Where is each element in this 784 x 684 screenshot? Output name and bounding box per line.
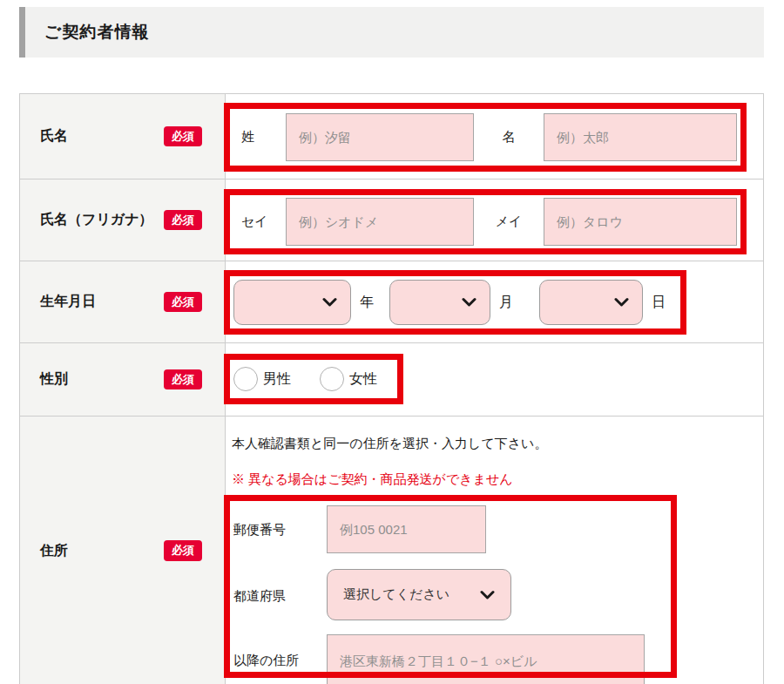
row-content-name: 姓 名 [226,94,763,179]
address-warning-text: ※ 異なる場合はご契約・商品発送ができません [232,471,513,488]
street-address-input[interactable] [327,634,645,684]
last-name-label: 姓 [230,129,286,146]
row-label-gender: 性別 [40,370,68,389]
year-unit-label: 年 [360,294,374,312]
chevron-down-icon [614,298,629,308]
row-content-kana: セイ メイ [226,179,763,261]
row-content-birthdate: 年 月 日 [226,261,763,342]
form-row-birthdate: 生年月日 必須 年 [20,261,763,343]
gender-male-radio[interactable] [233,367,258,391]
postal-code-label: 郵便番号 [233,522,286,538]
prefecture-label: 都道府県 [233,588,286,605]
row-header-gender: 性別 必須 [20,343,226,416]
row-header-address: 住所 必須 [20,416,226,684]
first-kana-label: メイ [474,213,544,230]
page: ご契約者情報 氏名 必須 姓 名 氏名（フリガナ） 必須 [0,0,784,684]
chevron-down-icon [462,298,476,308]
required-badge: 必須 [164,369,202,390]
chevron-down-icon [322,298,337,308]
row-header-kana: 氏名（フリガナ） 必須 [20,179,226,261]
annotation-box-gender: 男性 女性 [224,354,403,404]
month-unit-label: 月 [499,294,513,312]
gender-female-radio[interactable] [320,367,344,391]
required-badge: 必須 [164,292,202,313]
gender-female-label: 女性 [349,370,377,389]
row-header-name: 氏名 必須 [20,94,226,179]
annotation-box-kana: セイ メイ [224,189,747,254]
required-badge: 必須 [164,126,202,147]
first-name-input[interactable] [544,113,737,161]
annotation-box-name: 姓 名 [224,103,747,172]
row-label-kana: 氏名（フリガナ） [40,211,153,229]
row-label-name: 氏名 [40,127,68,146]
row-label-birthdate: 生年月日 [40,293,96,311]
first-name-label: 名 [474,129,544,146]
form-row-gender: 性別 必須 男性 女性 [20,343,763,416]
row-label-address: 住所 [40,542,68,560]
first-kana-input[interactable] [544,198,737,246]
page-title: ご契約者情報 [25,21,149,44]
required-badge: 必須 [164,210,202,231]
prefecture-select[interactable]: 選択してください [327,569,511,620]
birth-year-select[interactable] [233,280,351,325]
required-badge: 必須 [164,540,202,561]
form-row-kana: 氏名（フリガナ） 必須 セイ メイ [20,179,763,261]
birth-day-select[interactable] [539,280,643,325]
contractor-form: 氏名 必須 姓 名 氏名（フリガナ） 必須 セイ [19,93,764,684]
row-content-gender: 男性 女性 [226,343,763,416]
section-header: ご契約者情報 [19,7,764,58]
last-name-input[interactable] [286,113,474,161]
chevron-down-icon [480,590,495,599]
row-header-birthdate: 生年月日 必須 [20,261,226,342]
form-row-address: 住所 必須 本人確認書類と同一の住所を選択・入力して下さい。 ※ 異なる場合はご… [20,416,763,684]
address-instruction-text: 本人確認書類と同一の住所を選択・入力して下さい。 [232,436,547,452]
last-kana-input[interactable] [286,198,474,246]
day-unit-label: 日 [652,294,666,312]
last-kana-label: セイ [230,213,286,230]
birth-month-select[interactable] [389,280,490,325]
gender-male-label: 男性 [263,370,291,389]
postal-code-input[interactable] [327,505,486,553]
form-row-name: 氏名 必須 姓 名 [20,94,763,179]
row-content-address: 本人確認書類と同一の住所を選択・入力して下さい。 ※ 異なる場合はご契約・商品発… [226,416,763,684]
annotation-box-birthdate: 年 月 日 [224,270,686,335]
street-address-label: 以降の住所 [233,653,299,669]
